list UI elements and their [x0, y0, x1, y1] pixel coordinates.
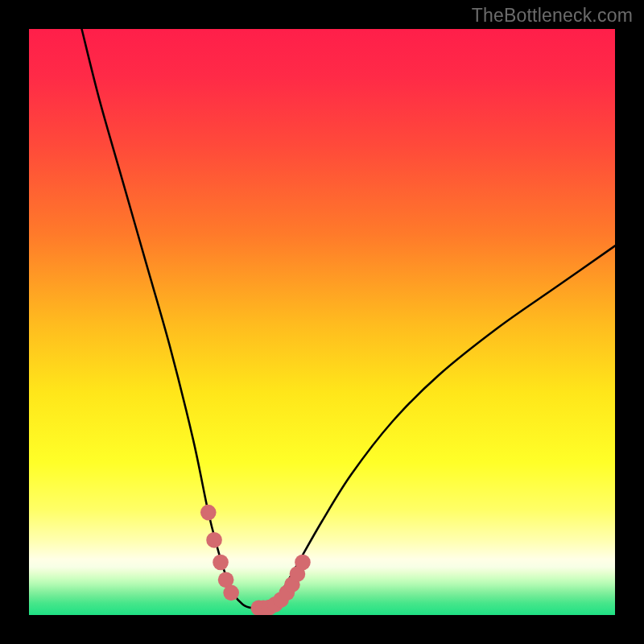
highlight-dot	[295, 555, 311, 571]
bottleneck-curve	[29, 29, 615, 615]
highlight-dot	[213, 555, 229, 571]
highlight-dot	[223, 585, 239, 601]
plot-area	[29, 29, 615, 615]
highlight-dot	[206, 532, 222, 548]
watermark-text: TheBottleneck.com	[472, 5, 633, 27]
chart-frame: TheBottleneck.com	[0, 0, 644, 644]
highlight-dot	[200, 505, 217, 521]
